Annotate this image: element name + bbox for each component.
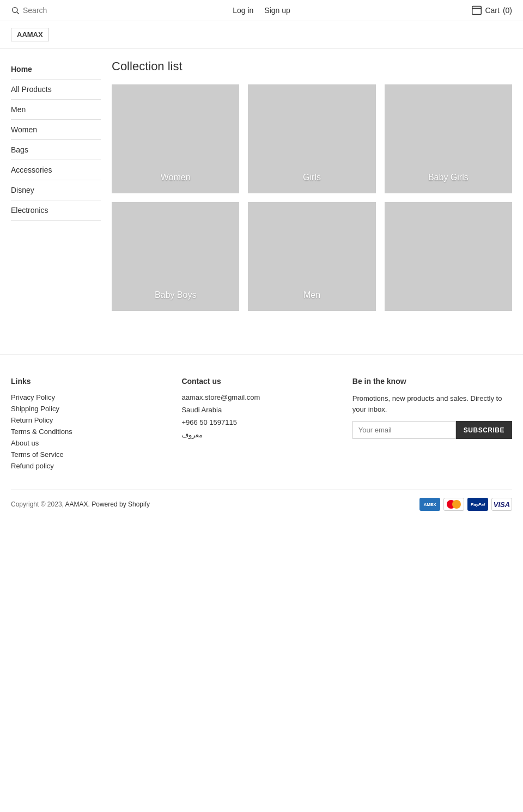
collection-card-baby-girls[interactable]: Baby Girls [385, 84, 512, 193]
sidebar-item-men[interactable]: Men [11, 100, 101, 120]
newsletter-form: SUBSCRIBE [352, 421, 512, 439]
sidebar-item-women[interactable]: Women [11, 120, 101, 140]
login-link[interactable]: Log in [233, 6, 253, 15]
collection-card-girls[interactable]: Girls [248, 84, 375, 193]
footer-link-about[interactable]: About us [11, 439, 160, 447]
footer-contact-country: Saudi Arabia [181, 406, 330, 414]
signup-link[interactable]: Sign up [264, 6, 290, 15]
copyright-text: Copyright © 2023, [11, 500, 64, 508]
footer-newsletter-desc: Promotions, new products and sales. Dire… [352, 393, 512, 414]
svg-rect-2 [472, 7, 482, 15]
logo-bar: AAMAX [0, 21, 523, 48]
sidebar-item-electronics[interactable]: Electronics [11, 200, 101, 221]
footer-top: Links Privacy Policy Shipping Policy Ret… [11, 377, 512, 473]
brand-link[interactable]: AAMAX [65, 500, 88, 508]
footer-copyright: Copyright © 2023, AAMAX. Powered by Shop… [11, 500, 150, 508]
footer-link-shipping[interactable]: Shipping Policy [11, 405, 160, 413]
main-layout: Home All Products Men Women Bags Accesso… [0, 48, 523, 322]
footer: Links Privacy Policy Shipping Policy Ret… [0, 355, 523, 522]
cart-icon [472, 5, 482, 15]
search-input[interactable] [23, 6, 118, 15]
footer-links-section: Links Privacy Policy Shipping Policy Ret… [11, 377, 160, 473]
powered-by-link[interactable]: Powered by Shopify [92, 500, 150, 508]
footer-links-title: Links [11, 377, 160, 386]
collection-card-baby-boys[interactable]: Baby Boys [112, 202, 239, 311]
cart-label: Cart [485, 6, 499, 15]
visa-icon: VISA [491, 498, 512, 511]
sidebar-item-all-products[interactable]: All Products [11, 80, 101, 100]
footer-contact-title: Contact us [181, 377, 330, 386]
sidebar-item-bags[interactable]: Bags [11, 140, 101, 160]
card-label-girls: Girls [303, 173, 321, 182]
card-label-men: Men [303, 290, 320, 300]
svg-line-1 [17, 12, 19, 14]
sidebar-item-accessories[interactable]: Accessories [11, 160, 101, 180]
search-icon [11, 6, 20, 15]
collection-card-men[interactable]: Men [248, 202, 375, 311]
subscribe-button[interactable]: SUBSCRIBE [456, 421, 512, 439]
footer-link-terms-conditions[interactable]: Terms & Conditions [11, 428, 160, 436]
footer-link-return[interactable]: Return Policy [11, 416, 160, 424]
collection-title: Collection list [112, 59, 512, 74]
footer-newsletter-title: Be in the know [352, 377, 512, 386]
card-label-baby-boys: Baby Boys [155, 290, 196, 300]
footer-contact-email: aamax.store@gmail.com [181, 393, 330, 401]
mastercard-icon [443, 498, 464, 511]
footer-contact-phone: +966 50 1597115 [181, 418, 330, 426]
cart-area[interactable]: Cart (0) [472, 5, 512, 15]
paypal-icon: PayPal [467, 498, 488, 511]
footer-newsletter-section: Be in the know Promotions, new products … [352, 377, 512, 473]
footer-link-privacy[interactable]: Privacy Policy [11, 393, 160, 401]
footer-link-terms-service[interactable]: Terms of Service [11, 450, 160, 459]
header: Log in Sign up Cart (0) [0, 0, 523, 21]
sidebar-item-disney[interactable]: Disney [11, 180, 101, 200]
footer-bottom: Copyright © 2023, AAMAX. Powered by Shop… [11, 490, 512, 511]
newsletter-email-input[interactable] [352, 421, 456, 439]
sidebar: Home All Products Men Women Bags Accesso… [11, 59, 101, 311]
collection-card-women[interactable]: Women [112, 84, 239, 193]
sidebar-item-home[interactable]: Home [11, 59, 101, 80]
footer-link-refund[interactable]: Refund policy [11, 462, 160, 470]
content-area: Collection list Women Girls Baby Girls B… [112, 59, 512, 311]
card-label-women: Women [161, 173, 191, 182]
logo[interactable]: AAMAX [11, 28, 49, 41]
collection-grid: Women Girls Baby Girls Baby Boys Men [112, 84, 512, 311]
amex-icon: AMEX [419, 498, 440, 511]
footer-contact-arabic: معروف [181, 431, 330, 439]
footer-contact-section: Contact us aamax.store@gmail.com Saudi A… [181, 377, 330, 473]
payment-icons: AMEX PayPal VISA [419, 498, 512, 511]
collection-card-empty [385, 202, 512, 311]
card-label-baby-girls: Baby Girls [428, 173, 469, 182]
header-nav: Log in Sign up [233, 6, 290, 15]
svg-point-0 [13, 8, 17, 13]
cart-count: (0) [503, 6, 512, 15]
